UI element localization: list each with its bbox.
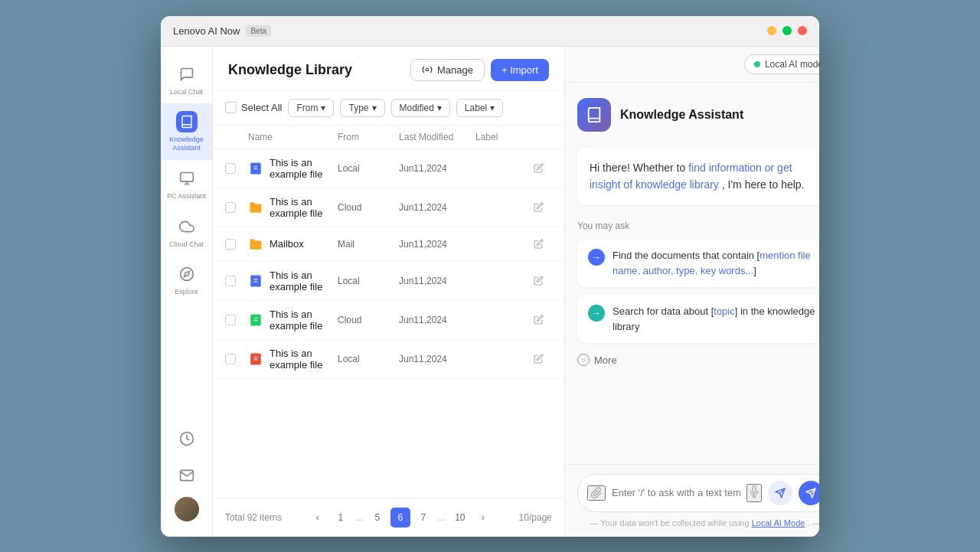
greeting-suffix: , I'm here to help. xyxy=(722,178,805,191)
checkbox-icon xyxy=(225,102,237,113)
col-name: Name xyxy=(248,132,338,142)
chat-input-row xyxy=(577,474,819,512)
sidebar-label-explore: Explore xyxy=(175,288,198,296)
from-filter[interactable]: From ▾ xyxy=(288,99,334,117)
file-edit-button[interactable] xyxy=(529,311,547,329)
assistant-name: Knowledge Assistant xyxy=(620,108,743,122)
sidebar-mail[interactable] xyxy=(175,460,199,491)
table-header: Name From Last Modified Label xyxy=(213,126,564,149)
file-type-icon xyxy=(248,312,263,328)
assistant-header: Knowledge Assistant xyxy=(577,98,819,132)
suggestion-2-icon: → xyxy=(588,305,605,322)
more-circle-icon: ○ xyxy=(577,354,590,366)
sidebar-history[interactable] xyxy=(175,423,199,454)
type-filter[interactable]: Type ▾ xyxy=(340,99,384,117)
select-all-checkbox[interactable]: Select All xyxy=(225,102,282,113)
import-button[interactable]: + Import xyxy=(491,59,549,81)
filters-row: Select All From ▾ Type ▾ Modified ▾ xyxy=(213,91,564,126)
panel-header: Knowledge Library Manage + Import xyxy=(213,47,564,91)
per-page: 10/page xyxy=(519,512,552,523)
chat-input[interactable] xyxy=(612,487,740,498)
more-button[interactable]: ○ More xyxy=(577,351,819,369)
panel-title: Knowledge Library xyxy=(228,62,352,78)
svg-marker-4 xyxy=(184,272,189,277)
col-modified: Last Modified xyxy=(399,132,475,142)
send-button[interactable] xyxy=(768,481,792,505)
sidebar-item-explore[interactable]: Explore xyxy=(161,256,212,304)
page-controls: ‹ 1 ... 5 6 7 ... 10 › xyxy=(308,508,493,528)
file-edit-button[interactable] xyxy=(529,272,547,290)
suggestion-card-2[interactable]: → Search for data about [topic] in the k… xyxy=(577,295,819,343)
chat-panel: Local AI mode Knowledge Assistant Hi the… xyxy=(565,47,819,537)
file-modified: Jun11,2024 xyxy=(399,354,475,364)
chevron-down-icon: ▾ xyxy=(437,103,442,113)
file-modified: Jun11,2024 xyxy=(399,163,475,174)
suggestion-card-1[interactable]: → Find the documents that contain [menti… xyxy=(577,239,819,287)
file-name: This is an example file xyxy=(270,196,338,219)
table-row[interactable]: This is an example file Local Jun11,2024 xyxy=(213,262,564,301)
privacy-before: — Your data won't be collected while usi… xyxy=(590,518,751,528)
file-name-cell: This is an example file xyxy=(248,269,338,292)
dots-2: ... xyxy=(436,512,447,523)
file-name: Mailbox xyxy=(270,238,304,250)
row-checkbox[interactable] xyxy=(225,163,236,174)
next-page-button[interactable]: › xyxy=(473,508,493,528)
svg-rect-0 xyxy=(180,172,193,181)
file-name: This is an example file xyxy=(270,269,338,292)
row-checkbox[interactable] xyxy=(225,354,236,364)
page-6-button[interactable]: 6 xyxy=(390,508,410,528)
main-content: Knowledge Library Manage + Import xyxy=(213,47,819,537)
file-name: This is an example file xyxy=(270,157,338,180)
file-edit-button[interactable] xyxy=(529,235,547,253)
more-label: More xyxy=(594,354,617,366)
row-checkbox[interactable] xyxy=(225,315,236,325)
chevron-down-icon: ▾ xyxy=(372,103,377,113)
app-window: Lenovo AI Now Beta Local Chat Knowledge … xyxy=(161,16,819,537)
file-name-cell: This is an example file xyxy=(248,309,338,332)
page-10-button[interactable]: 10 xyxy=(450,508,470,528)
file-type-icon xyxy=(248,351,263,367)
avatar[interactable] xyxy=(175,497,199,521)
file-list: This is an example file Local Jun11,2024… xyxy=(213,149,564,498)
table-row[interactable]: This is an example file Cloud Jun11,2024 xyxy=(213,301,564,340)
table-row[interactable]: This is an example file Cloud Jun11,2024 xyxy=(213,188,564,227)
minimize-button[interactable] xyxy=(767,26,776,35)
chat-footer: — Your data won't be collected while usi… xyxy=(565,464,819,537)
row-checkbox[interactable] xyxy=(225,202,236,213)
manage-button[interactable]: Manage xyxy=(410,59,485,81)
page-5-button[interactable]: 5 xyxy=(368,508,387,528)
page-7-button[interactable]: 7 xyxy=(413,508,433,528)
row-checkbox[interactable] xyxy=(225,239,236,250)
sidebar-item-cloud-chat[interactable]: Cloud Chat xyxy=(161,208,212,256)
file-edit-button[interactable] xyxy=(529,159,547,178)
local-chat-icon xyxy=(176,64,198,85)
modified-filter[interactable]: Modified ▾ xyxy=(391,99,450,117)
sidebar-item-local-chat[interactable]: Local Chat xyxy=(161,56,212,104)
table-row[interactable]: This is an example file Local Jun11,2024 xyxy=(213,340,564,379)
row-checkbox[interactable] xyxy=(225,276,236,286)
prev-page-button[interactable]: ‹ xyxy=(308,508,328,528)
label-filter[interactable]: Label ▾ xyxy=(456,99,503,117)
file-edit-button[interactable] xyxy=(529,350,547,368)
privacy-link[interactable]: Local AI Mode xyxy=(752,518,805,528)
close-button[interactable] xyxy=(798,26,807,35)
file-from: Local xyxy=(338,163,399,174)
file-modified: Jun11,2024 xyxy=(399,276,475,286)
file-type-icon xyxy=(248,273,263,289)
header-actions: Manage + Import xyxy=(410,59,549,81)
file-name: This is an example file xyxy=(270,309,338,332)
svg-rect-16 xyxy=(250,353,261,364)
file-type-icon xyxy=(248,200,263,215)
table-row[interactable]: Mailbox Mail Jun11,2024 xyxy=(213,227,564,262)
attach-button[interactable] xyxy=(587,485,606,501)
action-button[interactable] xyxy=(799,481,819,505)
avatar-image xyxy=(175,497,199,521)
sidebar-item-knowledge-assistant[interactable]: Knowledge Assistant xyxy=(161,103,212,160)
table-row[interactable]: This is an example file Local Jun11,2024 xyxy=(213,149,564,188)
maximize-button[interactable] xyxy=(782,26,792,35)
file-edit-button[interactable] xyxy=(529,198,547,217)
page-1-button[interactable]: 1 xyxy=(331,508,351,528)
sidebar-item-pc-assistant[interactable]: PC Assistant xyxy=(161,160,212,208)
local-ai-mode-button[interactable]: Local AI mode xyxy=(744,54,819,74)
voice-button[interactable] xyxy=(746,484,762,502)
